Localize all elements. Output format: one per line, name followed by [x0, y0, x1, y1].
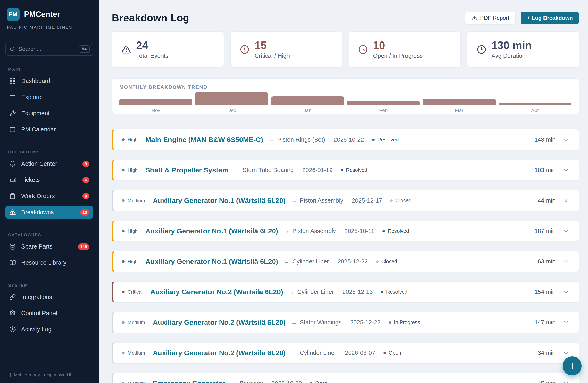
- sidebar-item-label: Explorer: [21, 94, 43, 101]
- severity-label: High: [127, 259, 138, 265]
- clipboard-icon: [9, 193, 16, 199]
- breakdown-row[interactable]: MediumEmergency Generator→Bearings2025-1…: [112, 373, 579, 383]
- nav-section-label: SYSTEM: [8, 283, 93, 288]
- equipment-link[interactable]: Main Engine (MAN B&W 6S50ME-C): [145, 136, 263, 144]
- chart-bar-label: Nov: [119, 108, 192, 113]
- sidebar-item-activity-log[interactable]: Activity Log: [5, 323, 93, 336]
- severity-label: High: [127, 228, 138, 234]
- chevron-down-icon[interactable]: [563, 380, 569, 383]
- ticket-icon: [9, 177, 16, 183]
- breakdown-row[interactable]: MediumAuxiliary Generator No.1 (Wärtsilä…: [112, 190, 579, 211]
- breakdown-row[interactable]: HighMain Engine (MAN B&W 6S50ME-C)→Pisto…: [112, 129, 579, 150]
- chevron-down-icon[interactable]: [563, 228, 569, 235]
- part-name: Cylinder Liner: [300, 349, 336, 356]
- status-label: In Progress: [394, 319, 420, 325]
- equipment-link[interactable]: Auxiliary Generator No.2 (Wärtsilä 6L20): [153, 349, 285, 357]
- add-breakdown-fab[interactable]: [563, 357, 582, 375]
- pdf-report-button[interactable]: PDF Report: [465, 12, 516, 24]
- chevron-down-icon[interactable]: [563, 289, 569, 295]
- status-label: Closed: [396, 198, 411, 203]
- stat-label: Critical / High: [255, 52, 290, 59]
- clock-icon: [358, 45, 368, 54]
- tools-icon: [9, 110, 16, 116]
- sidebar-item-action-center[interactable]: Action Center9: [5, 157, 93, 170]
- sidebar-item-dashboard[interactable]: Dashboard: [5, 75, 93, 88]
- chart-bar-slot: Dec: [195, 92, 268, 113]
- arrow-icon: →: [234, 167, 240, 174]
- count-badge: 149: [78, 243, 89, 250]
- breakdown-row[interactable]: MediumAuxiliary Generator No.2 (Wärtsilä…: [112, 312, 579, 333]
- bell-icon: [9, 161, 16, 167]
- chart-bar-label: Mar: [423, 108, 496, 113]
- breakdown-row[interactable]: HighShaft & Propeller System→Stern Tube …: [112, 160, 579, 181]
- sidebar-footer-text: Mobile-ready · responsive UI: [14, 372, 71, 378]
- severity-dot: [122, 169, 125, 171]
- status: Resolved: [341, 167, 367, 173]
- chevron-down-icon[interactable]: [563, 197, 569, 204]
- book-icon: [9, 260, 16, 266]
- arrow-icon: →: [291, 350, 297, 356]
- search-input[interactable]: [18, 46, 76, 52]
- equipment-link[interactable]: Shaft & Propeller System: [145, 166, 228, 174]
- chart-bar-slot: Feb: [347, 101, 420, 113]
- status-label: Resolved: [388, 228, 409, 234]
- plus-icon: [568, 362, 577, 370]
- severity-dot: [122, 260, 125, 263]
- equipment-link[interactable]: Auxiliary Generator No.1 (Wärtsilä 6L20): [153, 197, 285, 204]
- search-shortcut: ⌘K: [79, 45, 90, 53]
- status: Closed: [376, 259, 397, 265]
- severity-label: Medium: [127, 198, 145, 203]
- status-label: Closed: [381, 259, 397, 265]
- sidebar-item-label: Activity Log: [21, 326, 51, 333]
- breakdown-row[interactable]: HighAuxiliary Generator No.1 (Wärtsilä 6…: [112, 251, 579, 272]
- sidebar-item-resource-library[interactable]: Resource Library: [5, 256, 93, 269]
- stat-value: 10: [373, 40, 423, 51]
- status-dot: [381, 291, 383, 293]
- equipment-link[interactable]: Auxiliary Generator No.2 (Wärtsilä 6L20): [153, 318, 285, 326]
- status-dot: [389, 321, 391, 324]
- breakdown-row[interactable]: MediumAuxiliary Generator No.2 (Wärtsilä…: [112, 342, 579, 363]
- sidebar-item-explorer[interactable]: Explorer: [5, 91, 93, 104]
- chart-bar: [195, 92, 268, 105]
- chevron-down-icon[interactable]: [563, 136, 569, 143]
- severity-label: Medium: [127, 381, 145, 383]
- explorer-icon: [9, 94, 16, 100]
- chevron-down-icon[interactable]: [563, 258, 569, 265]
- chevron-down-icon[interactable]: [563, 167, 569, 174]
- status-dot: [376, 260, 378, 263]
- sidebar-item-label: Equipment: [21, 110, 50, 117]
- severity-label: Medium: [127, 320, 145, 325]
- sidebar-item-equipment[interactable]: Equipment: [5, 107, 93, 120]
- equipment-link[interactable]: Auxiliary Generator No.2 (Wärtsilä 6L20): [150, 288, 283, 296]
- stat-label: Avg Duration: [491, 52, 532, 59]
- equipment-link[interactable]: Auxiliary Generator No.1 (Wärtsilä 6L20): [145, 227, 278, 235]
- search-box[interactable]: ⌘K: [5, 43, 93, 56]
- sidebar-item-pm-calendar[interactable]: PM Calendar: [5, 123, 93, 136]
- severity-label: High: [127, 137, 138, 143]
- sidebar-item-tickets[interactable]: Tickets6: [5, 174, 93, 186]
- status-dot: [341, 169, 343, 171]
- chevron-down-icon[interactable]: [563, 349, 569, 357]
- sidebar-item-label: Spare Parts: [21, 243, 52, 250]
- chart-bar-slot: Nov: [119, 98, 192, 113]
- status-dot: [382, 230, 385, 232]
- stat-card-total-events: 24Total Events: [112, 31, 224, 68]
- arrow-icon: →: [289, 289, 294, 295]
- part-name: Cylinder Liner: [297, 289, 334, 295]
- status-label: Open: [389, 350, 401, 356]
- stats-row: 24Total Events15Critical / High10Open / …: [112, 31, 579, 68]
- part-name: Stern Tube Bearing: [243, 167, 294, 174]
- sidebar-item-breakdowns[interactable]: Breakdowns10: [5, 206, 93, 219]
- breakdown-row[interactable]: CriticalAuxiliary Generator No.2 (Wärtsi…: [112, 281, 579, 302]
- log-breakdown-button[interactable]: + Log Breakdown: [521, 12, 579, 24]
- equipment-link[interactable]: Auxiliary Generator No.1 (Wärtsilä 6L20): [145, 257, 278, 266]
- sidebar-item-spare-parts[interactable]: Spare Parts149: [5, 240, 93, 253]
- chevron-down-icon[interactable]: [563, 319, 569, 326]
- sidebar-item-integrations[interactable]: Integrations: [5, 291, 93, 303]
- stat-label: Total Events: [136, 52, 168, 59]
- breakdown-date: 2025-10-20: [272, 380, 302, 383]
- equipment-link[interactable]: Emergency Generator: [153, 379, 225, 383]
- breakdown-row[interactable]: HighAuxiliary Generator No.1 (Wärtsilä 6…: [112, 221, 579, 242]
- sidebar-item-work-orders[interactable]: Work Orders8: [5, 190, 93, 203]
- sidebar-item-control-panel[interactable]: Control Panel: [5, 307, 93, 320]
